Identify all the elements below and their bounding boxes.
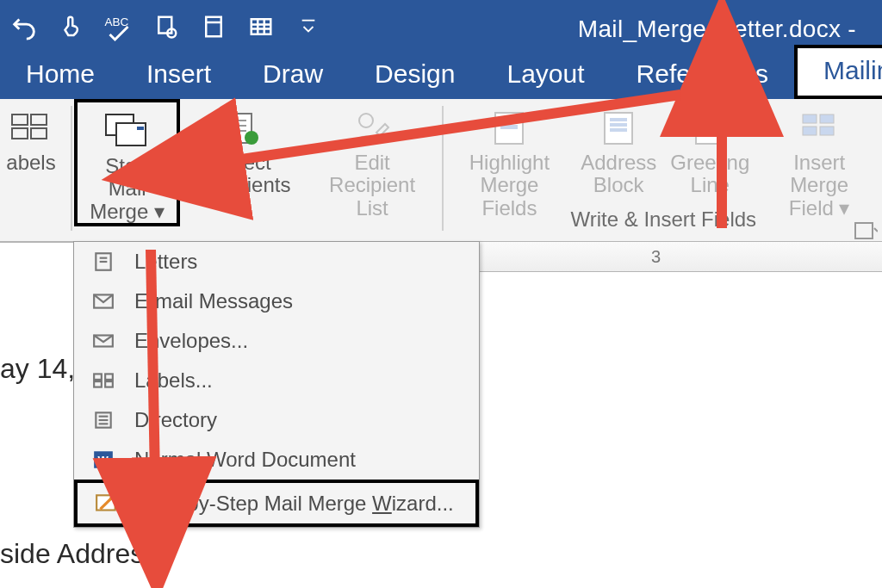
svg-rect-26 [701,118,718,122]
edit-recipient-list-icon [341,104,403,152]
email-label: E-mail Messages [134,289,293,313]
svg-rect-6 [12,128,28,139]
svg-rect-1 [158,17,171,34]
insert-merge-field-icon [788,104,850,152]
directory-icon [88,407,119,433]
address-block-button[interactable]: Address Block [574,99,663,197]
svg-point-17 [359,114,373,127]
divider-2 [442,106,444,231]
edit-recipient-list-button[interactable]: Edit Recipient List [304,99,439,220]
tab-design[interactable]: Design [349,52,481,99]
svg-text:ABC: ABC [104,15,128,28]
svg-rect-5 [12,115,28,125]
labels-icon [0,104,62,152]
start-mail-merge-menu: Letters E-mail Messages Envelopes... Lab… [73,241,480,528]
ribbon: abels Start Mail Merge ▾ Select Recipien… [0,99,882,243]
greeting-line-button[interactable]: Greeting Line [663,99,756,197]
letters-icon [88,249,119,275]
tab-home[interactable]: Home [0,52,121,99]
doc-text-address: side Address [0,538,158,570]
address-block-line2: Block [593,174,644,196]
svg-rect-8 [31,128,47,139]
svg-rect-4 [251,19,270,34]
menu-item-labels[interactable]: Labels... [74,361,479,400]
greeting-line-icon [679,104,741,152]
edit-recipient-line1: Edit [354,152,389,174]
edit-recipient-line2: Recipient List [311,174,432,220]
svg-rect-19 [500,118,518,122]
email-icon [88,288,119,314]
svg-point-51 [109,496,113,499]
divider-1 [71,106,72,231]
highlight-line1: Highlight [469,152,550,174]
labels-menu-label: Labels... [134,368,213,392]
table-icon[interactable] [237,6,284,47]
svg-rect-22 [610,118,627,121]
doc-text-date: ay 14, [0,353,75,385]
word-icon: W [88,447,119,473]
tab-insert[interactable]: Insert [121,52,237,99]
tab-draw[interactable]: Draw [237,52,349,99]
write-insert-fields-group: Highlight Merge Fields Address Block Gre… [445,99,882,237]
svg-rect-31 [855,223,873,238]
envelopes-label: Envelopes... [134,329,248,352]
undo-icon[interactable] [0,6,47,47]
touch-mode-icon[interactable] [47,6,95,47]
labels-button[interactable]: abels [0,99,69,174]
svg-rect-40 [94,374,102,380]
labels-menu-icon [88,368,119,393]
menu-item-envelopes[interactable]: Envelopes... [74,321,479,361]
title-bar: ABC Mail_Merge_Letter.docx - Home Insert… [0,0,882,99]
svg-rect-24 [610,128,627,132]
svg-rect-3 [206,17,221,37]
highlight-merge-fields-icon [478,104,540,152]
directory-label: Directory [134,408,217,431]
svg-rect-11 [137,127,144,130]
select-recipients-icon [211,104,273,152]
svg-rect-27 [803,115,817,123]
labels-label: abels [6,152,55,174]
svg-rect-25 [696,113,724,144]
select-recipients-button[interactable]: Select Recipients ▾ [180,99,304,220]
menu-item-wizard[interactable]: Step-by-Step Mail Merge Wizard... [74,480,479,527]
highlight-merge-fields-button[interactable]: Highlight Merge Fields [445,99,575,220]
letters-label: Letters [134,250,197,273]
tab-layout[interactable]: Layout [481,52,610,99]
greeting-line2: Line [691,174,730,196]
envelope-icon [88,328,119,354]
svg-rect-42 [94,381,102,387]
ribbon-tabs: Home Insert Draw Design Layout Reference… [0,54,882,99]
svg-rect-41 [105,374,113,380]
menu-item-letters[interactable]: Letters [74,242,479,282]
start-mail-merge-button[interactable]: Start Mail Merge ▾ [74,99,180,226]
svg-rect-30 [820,127,834,135]
spellcheck-icon[interactable]: ABC [95,6,142,47]
start-mail-merge-line2: Merge ▾ [90,201,165,223]
svg-rect-28 [820,115,834,123]
menu-item-normal-doc[interactable]: W Normal Word Document [74,440,479,480]
ruler-mark: 3 [651,247,661,267]
svg-text:W: W [98,454,109,467]
tab-references[interactable]: References [611,52,794,99]
svg-rect-20 [500,125,518,129]
qat-customize-icon[interactable] [284,6,332,47]
normal-doc-label: Normal Word Document [134,448,356,471]
select-recipients-line1: Select [214,152,271,174]
svg-rect-23 [610,123,627,127]
tab-mailings[interactable]: Mailings [794,45,882,99]
greeting-line1: Greeting [670,152,749,174]
print-preview-icon[interactable] [142,6,189,47]
wizard-icon [91,491,122,517]
svg-point-16 [245,131,258,145]
quick-access-toolbar: ABC [0,5,332,48]
insert-merge-field-button[interactable]: Insert Merge Field ▾ [756,99,882,220]
svg-rect-29 [803,127,817,135]
start-mail-merge-icon [96,108,158,155]
svg-rect-7 [31,115,47,125]
page-icon[interactable] [189,6,237,47]
select-recipients-line2: Recipients ▾ [187,174,297,220]
menu-item-directory[interactable]: Directory [74,400,479,440]
wizard-label: Step-by-Step Mail Merge Wizard... [122,492,475,516]
menu-item-email[interactable]: E-mail Messages [74,282,479,321]
document-title: Mail_Merge_Letter.docx - [578,15,856,43]
